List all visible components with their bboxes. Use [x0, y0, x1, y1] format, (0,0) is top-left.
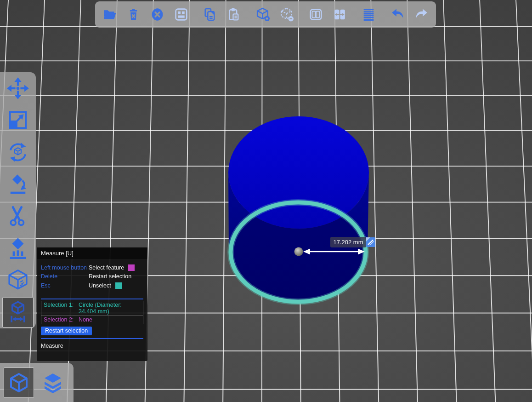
- preview-view-button[interactable]: [38, 368, 68, 398]
- place-on-face-icon: [6, 172, 30, 196]
- arrange-icon: [174, 7, 189, 22]
- 3d-editor-view-button[interactable]: [4, 368, 34, 398]
- split-to-objects-button[interactable]: [307, 6, 324, 23]
- delete-trash-icon: [126, 7, 141, 22]
- view-mode-toggle: [0, 363, 74, 402]
- select-feature-color-swatch: [128, 264, 135, 271]
- paste-button[interactable]: [226, 6, 243, 23]
- cut-icon: [6, 204, 30, 228]
- move-tool-button[interactable]: [0, 72, 36, 104]
- selection-1-label: Selection 1:: [44, 302, 79, 315]
- hint-action: Select feature: [89, 264, 124, 271]
- selection-info-box: Selection 1: Circle (Diameter: 34.404 mm…: [41, 301, 143, 324]
- rotate-icon: [6, 140, 30, 164]
- add-instance-icon: [255, 7, 271, 22]
- undo-button[interactable]: [389, 6, 406, 23]
- measure-panel-body: Left mouse button Select feature Delete …: [37, 259, 147, 361]
- fuzzy-skin-icon: [6, 269, 30, 293]
- top-toolbar: [95, 1, 436, 28]
- variable-layer-height-icon: [361, 7, 376, 22]
- panel-divider: [41, 299, 143, 299]
- split-to-parts-button[interactable]: [331, 6, 348, 23]
- measure-panel: Measure [U] Left mouse button Select fea…: [37, 247, 147, 361]
- hint-action: Restart selection: [89, 273, 131, 280]
- cylinder-top-face[interactable]: [228, 116, 369, 229]
- unselect-color-swatch: [115, 282, 122, 289]
- measure-tool-button[interactable]: [0, 296, 36, 328]
- redo-button[interactable]: [413, 6, 430, 23]
- paint-supports-tool-button[interactable]: [0, 232, 36, 264]
- hint-key: Left mouse button: [41, 264, 89, 271]
- panel-divider: [41, 338, 143, 339]
- scene-canvas: 17.202 mm: [202, 103, 395, 315]
- preview-layers-icon: [42, 372, 64, 394]
- measure-center-point: [294, 247, 303, 256]
- hint-row-select-feature: Left mouse button Select feature: [41, 263, 143, 272]
- restart-selection-button[interactable]: Restart selection: [41, 327, 92, 335]
- open-button[interactable]: [102, 6, 118, 23]
- undo-icon: [390, 7, 405, 22]
- copy-button[interactable]: [202, 6, 219, 23]
- copy-icon: [203, 7, 218, 22]
- open-folder-icon: [102, 7, 117, 22]
- split-to-parts-icon: [332, 7, 347, 22]
- hint-action: Unselect: [89, 282, 111, 289]
- selection-2-value: None: [79, 316, 92, 323]
- split-to-objects-icon: [308, 7, 323, 22]
- redo-icon: [414, 7, 429, 22]
- remove-instance-button[interactable]: [278, 6, 295, 23]
- rotate-tool-button[interactable]: [0, 136, 36, 168]
- arrange-button[interactable]: [173, 6, 190, 23]
- add-instance-button[interactable]: [255, 6, 272, 23]
- paint-supports-icon: [6, 236, 30, 260]
- slicer-3d-viewport[interactable]: 17.202 mm: [0, 0, 532, 402]
- 3d-editor-cube-icon: [8, 372, 30, 394]
- hint-row-restart-selection: Delete Restart selection: [41, 272, 143, 281]
- selection-2-row: Selection 2: None: [41, 316, 143, 324]
- variable-layer-height-button[interactable]: [360, 6, 377, 23]
- move-icon: [6, 76, 30, 100]
- scale-tool-button[interactable]: [0, 104, 36, 137]
- cut-tool-button[interactable]: [0, 201, 36, 233]
- measure-panel-title: Measure [U]: [37, 247, 147, 259]
- selection-1-row: Selection 1: Circle (Diameter: 34.404 mm…: [41, 301, 143, 316]
- hint-key: Delete: [41, 273, 89, 280]
- hint-key: Esc: [41, 282, 89, 289]
- left-toolbar: [0, 72, 36, 328]
- scale-icon: [6, 108, 30, 132]
- copy-measurement-button[interactable]: [366, 237, 375, 247]
- fuzzy-skin-tool-button[interactable]: [0, 264, 36, 297]
- selection-1-value: Circle (Diameter: 34.404 mm): [79, 302, 141, 315]
- hint-row-unselect: Esc Unselect: [41, 281, 143, 290]
- delete-all-icon: [150, 7, 165, 22]
- measure-icon: [6, 300, 30, 324]
- paste-icon: [226, 7, 242, 22]
- selection-2-label: Selection 2:: [44, 316, 79, 323]
- delete-button[interactable]: [125, 6, 142, 23]
- remove-instance-icon: [279, 7, 294, 22]
- measure-panel-footer-label: Measure: [41, 341, 143, 349]
- place-on-face-tool-button[interactable]: [0, 168, 36, 201]
- delete-all-button[interactable]: [149, 6, 166, 23]
- measure-value-label: 17.202 mm: [333, 239, 363, 246]
